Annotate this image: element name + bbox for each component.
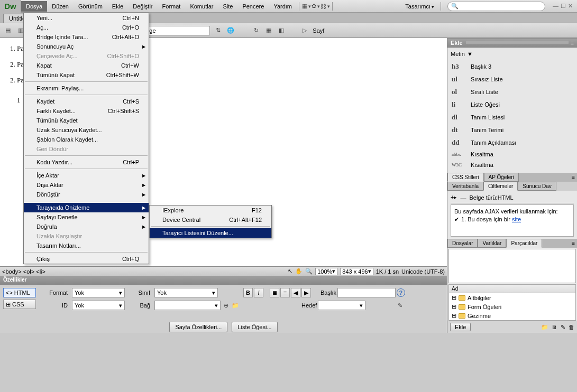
menu-item[interactable]: Uzak Sunucuya Kaydet... [24, 125, 149, 135]
column-header-name[interactable]: Ad [449, 285, 575, 293]
menu-görünüm[interactable]: Görünüm [74, 1, 107, 12]
html-props-button[interactable]: <> HTML [3, 288, 36, 297]
zoom-tool-icon[interactable]: 🔍 [305, 268, 313, 275]
check-icon[interactable]: ▷ [300, 26, 309, 35]
preview-icon[interactable]: 🌐 [226, 26, 235, 35]
snippet-folder[interactable]: ⊞Gezinme [449, 311, 575, 320]
snippet-folder[interactable]: ⊞Form Öğeleri [449, 302, 575, 311]
menu-dosya[interactable]: Dosya [21, 1, 47, 12]
class-select[interactable]: Yok▾ [154, 288, 218, 297]
zoom-combo[interactable]: 100% ▾ [315, 268, 337, 275]
preview-submenu[interactable]: IExploreF12Device CentralCtrl+Alt+F12Tar… [149, 205, 272, 238]
menu-item[interactable]: Sayfayı Denetle▶ [24, 212, 149, 222]
page-properties-button[interactable]: Sayfa Özellikleri... [169, 322, 227, 332]
menu-item[interactable]: Aç...Ctrl+O [24, 23, 149, 32]
menu-item[interactable]: Doğrula▶ [24, 222, 149, 231]
search-input[interactable]: 🔍 [447, 2, 545, 11]
link-select[interactable]: ▾ [154, 301, 221, 310]
menu-item[interactable]: Şablon Olarak Kaydet... [24, 135, 149, 144]
tab-css-styles[interactable]: CSS Stilleri [447, 173, 484, 182]
tag-selector[interactable]: <body> <ol> <li> [2, 268, 45, 275]
menu-item[interactable]: KaydetCtrl+S [24, 97, 149, 106]
css-props-button[interactable]: ⊞ CSS [3, 300, 36, 309]
menu-item[interactable]: İçe Aktar▶ [24, 171, 149, 180]
menu-item[interactable]: Dışa Aktar▶ [24, 180, 149, 190]
menu-format[interactable]: Format [158, 1, 186, 12]
site-icon[interactable]: ⛓ [320, 2, 330, 11]
file-menu[interactable]: Yeni...Ctrl+NAç...Ctrl+OBridge İçinde Ta… [23, 13, 149, 264]
insert-item[interactable]: ulSırasız Liste [451, 73, 574, 86]
insert-item[interactable]: W3CKısaltma [451, 160, 574, 170]
insert-item[interactable]: h3Başlık 3 [451, 60, 574, 73]
bold-button[interactable]: B [243, 288, 253, 297]
new-folder-icon[interactable]: 📁 [541, 324, 548, 331]
menu-item[interactable]: Ekranımı Paylaş... [24, 83, 149, 93]
menu-değiştir[interactable]: Değiştir [128, 1, 157, 12]
edit-snippet-icon[interactable]: ✎ [561, 324, 565, 331]
outdent-button[interactable]: ◀ [291, 288, 300, 297]
remove-binding-icon[interactable]: — [460, 194, 466, 201]
quick-edit-icon[interactable]: ✎ [396, 301, 405, 310]
insert-item[interactable]: olSıralı Liste [451, 86, 574, 98]
menu-site[interactable]: Site [218, 1, 237, 12]
indent-button[interactable]: ▶ [301, 288, 311, 297]
format-select[interactable]: Yok▾ [72, 288, 125, 297]
close-icon[interactable]: ✕ [568, 3, 573, 10]
italic-button[interactable]: I [254, 288, 263, 297]
menu-item[interactable]: Sonuncuyu Aç▶ [24, 42, 149, 51]
snippet-tree[interactable]: Ad ⊞Altbilgiler⊞Form Öğeleri⊞Gezinme [448, 284, 576, 321]
menu-item[interactable]: Tümünü Kaydet [24, 116, 149, 125]
insert-item[interactable]: dlTanım Listesi [451, 111, 574, 124]
file-mgmt-icon[interactable]: ⇅ [213, 26, 223, 35]
tab-assets[interactable]: Varlıklar [478, 239, 506, 248]
extend-icon[interactable]: ✿ [311, 2, 320, 11]
hand-tool-icon[interactable]: ✋ [295, 268, 303, 275]
tab-server-behav[interactable]: Sunucu Dav [518, 182, 556, 191]
select-tool-icon[interactable]: ↖ [288, 268, 292, 275]
properties-header[interactable]: Özellikler [0, 276, 447, 285]
window-size-combo[interactable]: 843 x 496 ▾ [340, 268, 373, 275]
menu-komutlar[interactable]: Komutlar [185, 1, 218, 12]
ol-button[interactable]: ≡ [280, 288, 290, 297]
insert-category[interactable]: Metin ▼ [451, 51, 574, 57]
visual-aids-icon[interactable]: ◧ [277, 26, 286, 35]
menu-item[interactable]: Tarayıcı Listesini Düzenle... [150, 228, 271, 238]
add-binding-icon[interactable]: +▸ [451, 194, 457, 201]
menu-item[interactable]: Yeni...Ctrl+N [24, 13, 149, 23]
delete-snippet-icon[interactable]: 🗑 [569, 324, 574, 330]
menu-item[interactable]: Device CentralCtrl+Alt+F12 [150, 215, 271, 225]
restore-icon[interactable]: ☐ [561, 3, 566, 10]
insert-item[interactable]: abbr.Kısaltma [451, 149, 574, 160]
ul-button[interactable]: ≣ [270, 288, 279, 297]
code-view-icon[interactable]: ▤ [3, 26, 13, 35]
menu-item[interactable]: Bridge İçinde Tara...Ctrl+Alt+O [24, 32, 149, 42]
workspace-switcher[interactable]: Tasarımcı [405, 3, 434, 10]
layout-icon[interactable]: ▦ [301, 2, 311, 11]
site-link[interactable]: site [512, 216, 521, 222]
tab-databases[interactable]: Veritabanla [447, 182, 483, 191]
menu-pencere[interactable]: Pencere [237, 1, 269, 12]
menu-item[interactable]: Kodu Yazdır...Ctrl+P [24, 157, 149, 167]
insert-item[interactable]: ddTanım Açıklaması [451, 136, 574, 149]
menu-item[interactable]: Tarayıcıda Önizleme▶ [24, 203, 149, 212]
tab-ap-elements[interactable]: AP Öğeleri [484, 173, 519, 182]
menu-item[interactable]: Farklı Kaydet...Ctrl+Shift+S [24, 106, 149, 116]
tab-bindings[interactable]: Ciltlemeler [483, 182, 518, 191]
view-options-icon[interactable]: ▦ [264, 26, 273, 35]
refresh-icon[interactable]: ↻ [251, 26, 261, 35]
point-to-file-icon[interactable]: ⊕ [222, 301, 230, 310]
help-icon[interactable]: ? [397, 288, 405, 297]
menu-item[interactable]: Dönüştür▶ [24, 190, 149, 199]
right-toolbar-label[interactable]: Sayf [313, 27, 324, 34]
insert-snippet-button[interactable]: Ekle [450, 323, 471, 331]
insert-panel-header[interactable]: Ekle≡ [447, 38, 577, 48]
tab-files[interactable]: Dosyalar [447, 239, 478, 248]
minimize-icon[interactable]: — [553, 3, 558, 10]
new-snippet-icon[interactable]: 🗎 [552, 324, 557, 330]
menubar[interactable]: DosyaDüzenGörünümEkleDeğiştirFormatKomut… [21, 1, 297, 12]
list-item-button[interactable]: Liste Öğesi... [232, 322, 277, 332]
target-select[interactable]: ▾ [318, 301, 365, 310]
tab-snippets[interactable]: Parçacıklar [506, 239, 542, 248]
snippet-folder[interactable]: ⊞Altbilgiler [449, 293, 575, 302]
title-field-input[interactable] [337, 288, 396, 297]
